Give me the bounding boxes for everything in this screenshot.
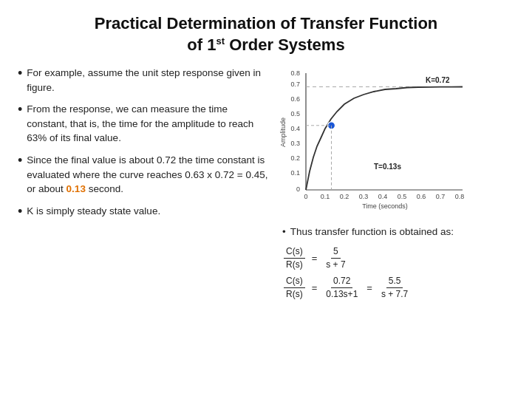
bullet-dot-2: • xyxy=(18,102,22,118)
bullet-3: • Since the final value is about 0.72 th… xyxy=(18,153,269,197)
num-5: 5 xyxy=(331,245,341,259)
title-block: Practical Determination of Transfer Func… xyxy=(18,13,514,55)
fraction-cs-rs: C(s) R(s) xyxy=(284,245,305,271)
svg-text:K=0.72: K=0.72 xyxy=(426,76,450,84)
eq-sign-2: = xyxy=(312,282,318,293)
svg-text:0.4: 0.4 xyxy=(378,193,388,200)
bullet-dot-1: • xyxy=(18,66,22,82)
num-55: 5.5 xyxy=(386,275,403,288)
fraction-55: 5.5 s + 7.7 xyxy=(379,275,410,301)
bullet-text-4: K is simply steady state value. xyxy=(27,204,160,219)
rs-label: R(s) xyxy=(284,259,305,271)
svg-text:0.1: 0.1 xyxy=(321,193,330,200)
svg-text:0.8: 0.8 xyxy=(455,193,465,200)
svg-text:Time (seconds): Time (seconds) xyxy=(362,202,408,210)
highlight-013: 0.13 xyxy=(66,183,86,194)
thus-row: • Thus transfer function is obtained as: xyxy=(282,225,454,239)
eq-sign-1: = xyxy=(312,253,318,264)
thus-text: Thus transfer function is obtained as: xyxy=(290,225,454,239)
page: Practical Determination of Transfer Func… xyxy=(0,0,532,399)
bullet-text-2: From the response, we can measure the ti… xyxy=(27,102,269,146)
svg-text:0.1: 0.1 xyxy=(290,169,300,177)
num-072: 0.72 xyxy=(331,275,352,288)
fraction-072: 0.72 0.13s+1 xyxy=(324,275,360,301)
svg-text:0.6: 0.6 xyxy=(290,95,300,103)
svg-text:0.7: 0.7 xyxy=(290,81,300,88)
bullet-1: • For example, assume the unit step resp… xyxy=(18,66,269,95)
bullet-dot-3: • xyxy=(18,153,22,169)
equation-row-2: C(s) R(s) = 0.72 0.13s+1 = 5.5 s + 7.7 xyxy=(282,275,454,301)
bullet-4: • K is simply steady state value. xyxy=(18,204,269,220)
bullet-text-3: Since the final value is about 0.72 the … xyxy=(27,153,269,197)
svg-text:0.2: 0.2 xyxy=(290,154,300,162)
rs-label-2: R(s) xyxy=(284,288,305,301)
content-row: • For example, assume the unit step resp… xyxy=(18,66,514,390)
eq-sign-3: = xyxy=(366,282,372,293)
svg-text:0.5: 0.5 xyxy=(290,110,300,117)
den-013s1: 0.13s+1 xyxy=(324,288,360,301)
equation-row: C(s) R(s) = 5 s + 7 xyxy=(282,245,454,271)
bullet-text-1: For example, assume the unit step respon… xyxy=(27,66,269,95)
thus-dot: • xyxy=(282,225,286,239)
svg-text:0.4: 0.4 xyxy=(290,125,300,132)
svg-text:0.5: 0.5 xyxy=(398,193,407,200)
right-column: 0 0.1 0.2 0.3 0.4 0.5 0.6 0.7 0.8 0 0.1 … xyxy=(278,66,514,390)
fraction-cs-rs-2: C(s) R(s) xyxy=(284,275,305,301)
den-s7: s + 7 xyxy=(324,259,347,271)
formula-block: • Thus transfer function is obtained as:… xyxy=(278,219,458,304)
chart-container: 0 0.1 0.2 0.3 0.4 0.5 0.6 0.7 0.8 0 0.1 … xyxy=(278,66,470,210)
bullet-2: • From the response, we can measure the … xyxy=(18,102,269,146)
title-line2: of 1st Order Systems xyxy=(18,35,514,56)
den-s77: s + 7.7 xyxy=(379,288,410,301)
chart-svg: 0 0.1 0.2 0.3 0.4 0.5 0.6 0.7 0.8 0 0.1 … xyxy=(278,66,470,210)
cs-label: C(s) xyxy=(284,245,305,259)
svg-text:0.6: 0.6 xyxy=(417,193,426,200)
title-line1: Practical Determination of Transfer Func… xyxy=(18,13,514,35)
svg-text:T=0.13s: T=0.13s xyxy=(374,163,401,171)
svg-text:0.7: 0.7 xyxy=(436,193,446,200)
cs-label-2: C(s) xyxy=(284,275,305,288)
svg-text:Amplitude: Amplitude xyxy=(279,117,287,147)
svg-text:0.2: 0.2 xyxy=(340,193,349,200)
svg-text:0.3: 0.3 xyxy=(290,140,300,147)
left-column: • For example, assume the unit step resp… xyxy=(18,66,269,390)
svg-text:0.3: 0.3 xyxy=(359,193,369,200)
bullet-dot-4: • xyxy=(18,204,22,220)
svg-text:0: 0 xyxy=(304,193,307,200)
svg-text:0: 0 xyxy=(296,185,300,193)
fraction-5-s7: 5 s + 7 xyxy=(324,245,347,271)
svg-text:0.8: 0.8 xyxy=(290,69,300,77)
